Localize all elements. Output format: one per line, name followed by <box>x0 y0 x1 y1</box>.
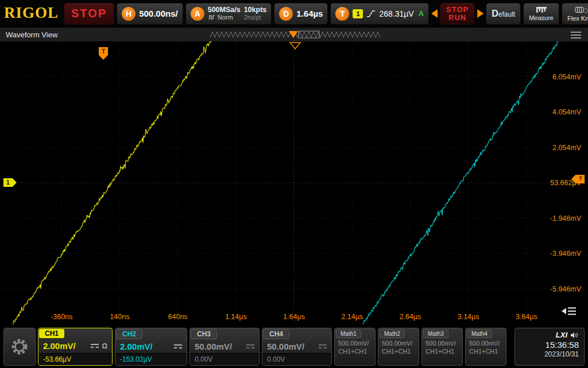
math1-panel[interactable]: Math1 500.00mV/ CH1+CH1 <box>334 328 376 366</box>
gear-icon <box>9 336 30 357</box>
rigol-logo: RIGOL <box>3 4 61 23</box>
acquisition-button[interactable]: A 500MSa/s Norm 10kpts 2ns/pt <box>185 3 272 25</box>
trigger-flag-label: T <box>102 48 106 60</box>
collapse-menu-icon[interactable] <box>562 306 577 316</box>
measure-button[interactable]: Measure <box>523 3 559 25</box>
ch3-scale: 50.00mV/ <box>195 342 232 351</box>
ch2-scale: 2.00mV/ <box>120 342 153 351</box>
time-axis-label: 640ns <box>168 313 188 321</box>
default-button[interactable]: Default <box>486 3 521 25</box>
top-bar: RIGOL STOP H 500.00ns/ A 500MSa/s Norm 1… <box>0 0 588 27</box>
stop-run-button[interactable]: STOP RUN <box>440 3 475 25</box>
acquire-mode: Norm <box>218 14 233 21</box>
time-axis-label: 3.64µs <box>516 313 537 321</box>
horizontal-scale-button[interactable]: H 500.00ns/ <box>117 3 183 25</box>
time-axis-label: 2.64µs <box>400 313 421 321</box>
graticule: T 1 T -360ns140ns640ns1.14µs1.64µs2.14µs… <box>3 41 585 324</box>
ch4-label: CH4 <box>263 329 289 339</box>
ch1-scale: 2.00mV/ <box>43 341 76 351</box>
math4-expression: CH1+CH1 <box>469 347 506 355</box>
ch2-panel[interactable]: CH2 2.00mV/ -153.02µV <box>115 328 187 366</box>
ch2-label: CH2 <box>116 329 142 339</box>
math2-panel[interactable]: Math2 500.00mV/ CH1+CH1 <box>378 328 419 366</box>
math4-label: Math4 <box>467 329 492 338</box>
math3-scale: 500.00mV/ <box>425 339 462 347</box>
math1-label: Math1 <box>336 329 361 338</box>
waveform-view-toolbar: Waveform View <box>0 27 588 41</box>
system-status-panel[interactable]: LXI 15:36:58 2023/10/31 <box>514 328 585 366</box>
voltage-axis-label: 4.054mV <box>552 108 581 116</box>
measure-label: Measure <box>529 14 554 21</box>
trigger-sweep-mode: A <box>419 9 424 18</box>
ch4-panel[interactable]: CH4 50.00mV/ 0.00V <box>262 328 332 366</box>
horizontal-position-preview[interactable] <box>210 30 380 40</box>
trigger-position-indicator <box>290 43 300 49</box>
math2-expression: CH1+CH1 <box>382 347 419 355</box>
ch1-trace <box>9 41 215 324</box>
voltage-axis-label: 2.054mV <box>552 144 581 152</box>
flex-knob-button[interactable]: Flex Knob <box>562 3 588 25</box>
dc-coupling-icon <box>246 344 254 348</box>
ch3-label: CH3 <box>191 329 217 339</box>
rising-edge-icon <box>366 10 376 18</box>
a-badge: A <box>191 7 204 21</box>
waveform-view-title: Waveform View <box>6 30 57 39</box>
next-arrow-icon[interactable] <box>477 9 483 18</box>
ch4-scale: 50.00mV/ <box>267 342 304 351</box>
ch1-panel[interactable]: CH1 2.00mV/ Ω -53.66µV <box>38 328 113 366</box>
voltage-axis-label: -1.946mV <box>550 214 581 223</box>
sample-rate: 500MSa/s <box>208 6 241 14</box>
impedance-label: Ω <box>102 342 107 350</box>
bottom-bar: CH1 2.00mV/ Ω -53.66µV CH2 2.00mV/ -153.… <box>0 325 588 368</box>
ch2-offset: -153.02µV <box>115 353 187 365</box>
math3-label: Math3 <box>423 329 448 338</box>
stop-run-line2: RUN <box>448 14 466 22</box>
lxi-indicator: LXI <box>556 331 567 339</box>
ch3-offset: 0.00V <box>190 353 259 365</box>
ch1-label: CH1 <box>39 329 64 338</box>
sample-resolution: 2ns/pt <box>244 14 267 21</box>
ch4-offset: 0.00V <box>262 353 331 365</box>
time-axis-label: 2.14µs <box>341 313 363 321</box>
waveform-traces <box>9 41 563 324</box>
ch3-panel[interactable]: CH3 50.00mV/ 0.00V <box>189 328 260 366</box>
trigger-source-badge: 1 <box>353 9 363 18</box>
math3-panel[interactable]: Math3 500.00mV/ CH1+CH1 <box>421 328 463 366</box>
stop-run-line1: STOP <box>446 6 469 14</box>
d-badge: D <box>279 7 293 21</box>
math4-panel[interactable]: Math4 500.00mV/ CH1+CH1 <box>465 328 506 366</box>
default-label: Default <box>492 9 515 19</box>
flex-knob-icon <box>575 6 588 14</box>
time-axis-label: 3.14µs <box>458 313 479 321</box>
menu-icon[interactable] <box>571 31 581 39</box>
math3-expression: CH1+CH1 <box>425 347 462 355</box>
flex-knob-label: Flex Knob <box>567 15 588 22</box>
math4-scale: 500.00mV/ <box>469 339 506 347</box>
voltage-axis-label: -5.946mV <box>550 285 581 293</box>
preview-trigger-marker[interactable] <box>289 31 298 38</box>
ch1-offset: -53.66µV <box>38 353 112 365</box>
run-state-indicator: STOP <box>64 3 114 25</box>
voltage-axis-label: 53.662µV <box>550 179 581 187</box>
settings-button[interactable] <box>3 328 36 366</box>
trigger-level-value: 268.31µV <box>379 9 413 18</box>
trigger-button[interactable]: T 1 268.31µV A <box>330 3 429 25</box>
voltage-axis-label: -3.946mV <box>550 250 581 258</box>
horizontal-delay-button[interactable]: D 1.64µs <box>274 3 328 25</box>
time-axis-label: -360ns <box>51 313 72 321</box>
time-axis-label: 1.14µs <box>225 313 247 321</box>
dc-coupling-icon <box>319 344 327 348</box>
prev-arrow-icon[interactable] <box>431 9 438 18</box>
timebase-value: 500.00ns/ <box>139 9 178 18</box>
speaker-icon <box>570 332 579 339</box>
measure-icon <box>536 6 547 13</box>
delay-value: 1.64µs <box>296 9 323 18</box>
system-date: 2023/10/31 <box>544 350 579 358</box>
t-badge: T <box>335 7 349 21</box>
dc-coupling-icon <box>174 344 182 348</box>
time-axis-label: 140ns <box>110 313 129 321</box>
dc-coupling-icon <box>91 344 99 348</box>
grid-lines <box>3 41 585 324</box>
voltage-axis-label: 6.054mV <box>552 73 581 81</box>
math2-label: Math2 <box>380 329 405 338</box>
